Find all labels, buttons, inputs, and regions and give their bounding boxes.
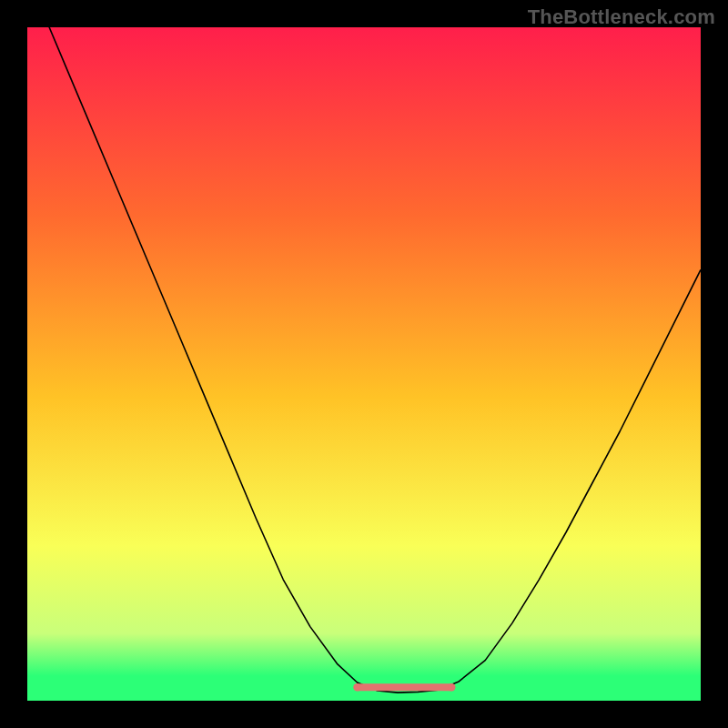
bottleneck-curve-chart [0, 0, 728, 728]
watermark-text: TheBottleneck.com [528, 5, 715, 29]
plot-gradient-background [27, 27, 701, 701]
optimal-range-end-dot [448, 683, 455, 691]
chart-frame: TheBottleneck.com [0, 0, 728, 728]
optimal-range-start-dot [353, 683, 360, 691]
